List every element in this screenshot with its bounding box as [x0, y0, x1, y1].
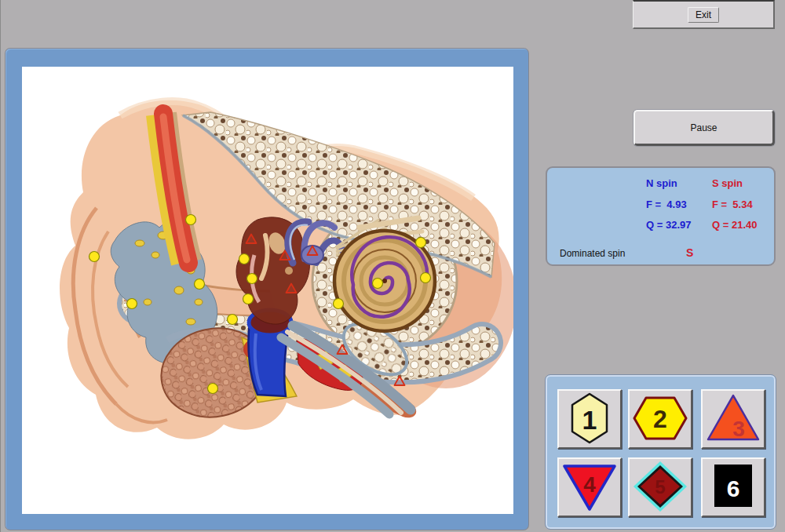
marker-button-6[interactable]: 6 [701, 457, 765, 517]
n-spin-title: N spin [646, 177, 677, 189]
hexagon-vertical-icon: 1 [559, 392, 620, 446]
marker-button-1[interactable]: 1 [557, 389, 622, 449]
dominated-spin-label: Dominated spin [560, 248, 625, 259]
pause-button-label: Pause [690, 122, 717, 133]
diagnostic-point-marker[interactable] [89, 252, 100, 262]
svg-text:5: 5 [655, 476, 665, 497]
diagnostic-point-marker[interactable] [243, 294, 254, 304]
hexagon-horizontal-icon: 2 [630, 392, 691, 446]
dominated-spin-value: S [686, 246, 693, 259]
marker-button-5[interactable]: 5 [628, 457, 692, 517]
triangle-up-icon: 3 [703, 392, 764, 446]
anatomy-image-panel [5, 49, 528, 530]
marker-button-2[interactable]: 2 [628, 389, 692, 449]
app-window: Exit Pause N spin S spin F = 4.93 F = 5.… [0, 0, 785, 532]
svg-text:4: 4 [583, 472, 596, 497]
spin-info-panel: N spin S spin F = 4.93 F = 5.34 Q = 32.9… [546, 166, 776, 266]
exit-button-label: Exit [688, 7, 719, 23]
n-spin-q-factor: Q = 32.97 [646, 219, 691, 231]
s-spin-title: S spin [712, 177, 743, 189]
exit-button[interactable]: Exit [633, 0, 775, 29]
svg-text:6: 6 [727, 476, 740, 501]
diagnostic-point-marker[interactable] [247, 274, 257, 284]
s-spin-q-factor: Q = 21.40 [712, 219, 757, 231]
s-spin-frequency: F = 5.34 [712, 199, 753, 210]
svg-text:1: 1 [582, 405, 597, 435]
n-spin-frequency: F = 4.93 [646, 199, 687, 210]
marker-button-4[interactable]: 4 [557, 457, 622, 517]
square-icon: 6 [703, 461, 764, 514]
diagnostic-point-marker[interactable] [127, 299, 137, 309]
diagnostic-point-marker[interactable] [416, 238, 426, 248]
diagnostic-point-marker[interactable] [239, 254, 250, 264]
diagnostic-point-marker[interactable] [208, 384, 218, 394]
triangle-down-icon: 4 [559, 461, 620, 514]
diagnostic-point-marker[interactable] [186, 215, 196, 225]
diamond-icon: 5 [630, 461, 691, 514]
ear-anatomy-illustration [22, 67, 513, 514]
svg-text:2: 2 [653, 405, 667, 433]
pause-button[interactable]: Pause [633, 110, 775, 146]
svg-text:3: 3 [732, 417, 745, 441]
diagnostic-point-marker[interactable] [421, 273, 431, 283]
diagnostic-point-marker[interactable] [373, 279, 383, 289]
diagnostic-point-marker[interactable] [228, 315, 238, 325]
marker-buttons-panel: 123456 [545, 374, 776, 530]
marker-button-3[interactable]: 3 [701, 389, 765, 449]
anatomy-canvas[interactable] [22, 67, 513, 514]
diagnostic-point-marker[interactable] [195, 279, 205, 290]
diagnostic-point-marker[interactable] [334, 299, 344, 309]
